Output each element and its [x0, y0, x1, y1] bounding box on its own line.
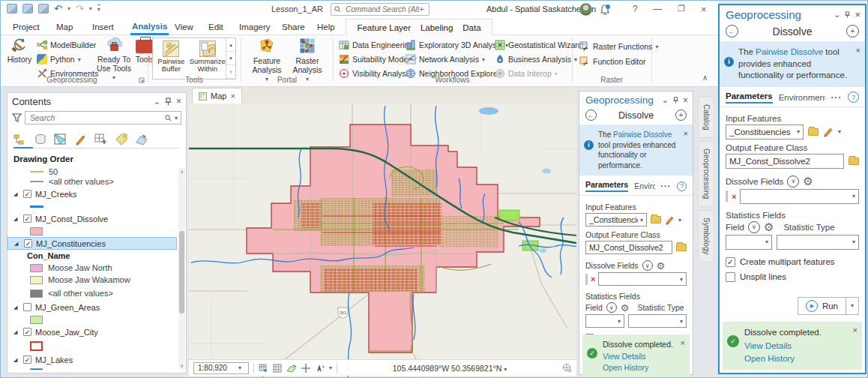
- open-history-link[interactable]: Open History: [603, 362, 675, 374]
- input-features-select[interactable]: _Constituencies▾: [726, 124, 804, 140]
- pane-options-icon[interactable]: ⌄: [154, 98, 160, 106]
- user-avatar[interactable]: [579, 3, 592, 16]
- tab-geoprocessing[interactable]: Geoprocessing: [698, 141, 714, 207]
- undo-dropdown-icon[interactable]: ▾: [67, 5, 70, 12]
- scrollbar-thumb[interactable]: [179, 231, 184, 314]
- close-pane-icon[interactable]: ×: [176, 97, 181, 106]
- geostatistical-wizard-button[interactable]: Geostatistical Wizard: [495, 39, 582, 51]
- map-view-tab[interactable]: Map ×: [192, 88, 242, 104]
- layer-row-mj-lakes[interactable]: ◢ ✓ MJ_Lakes: [7, 353, 178, 366]
- browse-icon[interactable]: [676, 244, 687, 251]
- tool-help-icon[interactable]: ?: [848, 92, 859, 103]
- settings-gear-icon[interactable]: ⚙: [621, 303, 630, 313]
- dismiss-message-icon[interactable]: ×: [853, 326, 858, 365]
- dismiss-message-icon[interactable]: ×: [681, 339, 685, 374]
- run-dropdown-icon[interactable]: ▾: [846, 297, 859, 315]
- tab-parameters[interactable]: Parameters: [726, 92, 773, 104]
- browse-icon[interactable]: [808, 128, 819, 136]
- contents-search[interactable]: ▾: [25, 111, 181, 124]
- unsplit-option[interactable]: Unsplit lines: [726, 272, 859, 282]
- snap-options-icon[interactable]: ▾: [329, 364, 332, 371]
- summarize-within-button[interactable]: Summarize Within: [190, 38, 226, 79]
- edit-pencil-icon[interactable]: [665, 215, 675, 225]
- tab-environments[interactable]: Environments: [779, 93, 825, 102]
- tab-parameters[interactable]: Parameters: [585, 180, 628, 192]
- list-by-data-source-icon[interactable]: [34, 134, 47, 146]
- network-analysis-button[interactable]: Network Analysis▾: [406, 53, 485, 65]
- list-by-snapping-icon[interactable]: [94, 134, 108, 146]
- tab-edit[interactable]: Edit: [207, 19, 225, 35]
- back-icon[interactable]: ←: [585, 110, 597, 121]
- expand-icon[interactable]: ◢: [13, 304, 19, 310]
- redo-dropdown-icon[interactable]: ▾: [89, 5, 92, 12]
- tab-project[interactable]: Project: [11, 19, 41, 35]
- ready-to-use-tools-button[interactable]: Ready To Use Tools▾: [97, 37, 131, 81]
- business-analysis-button[interactable]: Business Analysis▾: [495, 53, 577, 65]
- scroll-up-icon[interactable]: ∧: [178, 169, 185, 175]
- undo-icon[interactable]: ↶: [54, 4, 62, 14]
- pairwise-dissolve-link[interactable]: Pairwise Dissolve: [613, 130, 672, 139]
- pairwise-dissolve-link[interactable]: Pairwise Dissolve: [756, 47, 823, 56]
- layer-row-moose-jaw-city[interactable]: ◢ ✓ Moose_Jaw_City: [7, 326, 178, 338]
- more-options-icon[interactable]: ···: [661, 182, 672, 190]
- pencil-dropdown-icon[interactable]: ▾: [678, 217, 681, 224]
- save-project-icon[interactable]: [38, 4, 49, 14]
- remove-row-icon[interactable]: ×: [591, 274, 595, 284]
- pin-icon[interactable]: [844, 11, 851, 18]
- tab-symbology[interactable]: Symbology: [698, 210, 714, 262]
- tab-labeling[interactable]: Labeling: [421, 23, 453, 32]
- view-details-link[interactable]: View Details: [603, 351, 675, 363]
- batch-icon[interactable]: ∨: [748, 221, 760, 233]
- edit-pencil-icon[interactable]: [823, 127, 834, 137]
- batch-icon[interactable]: ∨: [642, 260, 653, 271]
- crosshair-icon[interactable]: [301, 364, 310, 373]
- pin-icon[interactable]: [165, 98, 172, 106]
- customize-qat-icon[interactable]: ▾: [97, 4, 100, 13]
- pane-options-icon[interactable]: ⌄: [662, 96, 669, 104]
- tab-help[interactable]: Help: [316, 19, 337, 35]
- batch-icon[interactable]: ∨: [787, 176, 799, 188]
- statistics-field-select[interactable]: ▾: [585, 314, 624, 328]
- layer-row-mj-green-areas[interactable]: ◢ MJ_Green_Areas: [7, 301, 178, 314]
- drag-handle[interactable]: [585, 274, 588, 285]
- scroll-down-icon[interactable]: ∨: [178, 363, 185, 369]
- close-view-icon[interactable]: ×: [230, 92, 235, 100]
- remove-row-icon[interactable]: ×: [732, 192, 736, 201]
- browse-icon[interactable]: [849, 158, 859, 165]
- dismiss-info-icon[interactable]: ×: [684, 130, 688, 170]
- dismiss-info-icon[interactable]: ×: [856, 46, 861, 82]
- checkbox[interactable]: ✓: [726, 257, 735, 267]
- spatial-reference-icon[interactable]: [562, 363, 572, 373]
- list-by-drawing-order-icon[interactable]: [13, 134, 27, 146]
- contents-search-input[interactable]: [28, 112, 162, 123]
- tab-imagery[interactable]: Imagery: [238, 19, 272, 35]
- map-coordinates[interactable]: 105.4440989°W 50.3569821°N ▾: [342, 364, 558, 373]
- tab-analysis[interactable]: Analysis: [130, 19, 169, 35]
- list-by-editing-icon[interactable]: [74, 134, 88, 146]
- dialog-launcher-icon[interactable]: [139, 77, 145, 83]
- run-button[interactable]: ▶ Run: [798, 297, 846, 315]
- raster-functions-button[interactable]: Raster Functions▾: [579, 40, 658, 52]
- tab-catalog[interactable]: Catalog: [698, 96, 714, 138]
- multipart-option[interactable]: ✓ Create multipart features: [726, 257, 859, 267]
- batch-icon[interactable]: ∨: [606, 302, 617, 313]
- minimize-icon[interactable]: —: [653, 4, 662, 14]
- drag-handle[interactable]: [726, 190, 728, 202]
- gallery-up-icon[interactable]: ▴: [226, 38, 235, 52]
- layer-checkbox[interactable]: [23, 303, 31, 311]
- open-history-link[interactable]: Open History: [744, 352, 848, 365]
- close-pane-icon[interactable]: ×: [855, 10, 861, 20]
- close-pane-icon[interactable]: ×: [683, 96, 688, 105]
- pane-options-icon[interactable]: ⌄: [834, 10, 840, 19]
- notifications-icon[interactable]: [600, 4, 610, 16]
- legend-item[interactable]: <all other values>: [7, 286, 178, 301]
- add-to-favorites-icon[interactable]: +: [846, 25, 859, 38]
- command-search-input[interactable]: [344, 4, 426, 14]
- expand-icon[interactable]: ◢: [13, 329, 19, 335]
- checkbox[interactable]: [726, 272, 735, 282]
- more-options-icon[interactable]: ···: [831, 93, 843, 102]
- close-icon[interactable]: ×: [701, 4, 707, 15]
- scale-selector[interactable]: ▾: [193, 362, 249, 374]
- edit-features-icon[interactable]: [286, 364, 297, 373]
- statistics-field-select[interactable]: ▾: [726, 235, 772, 250]
